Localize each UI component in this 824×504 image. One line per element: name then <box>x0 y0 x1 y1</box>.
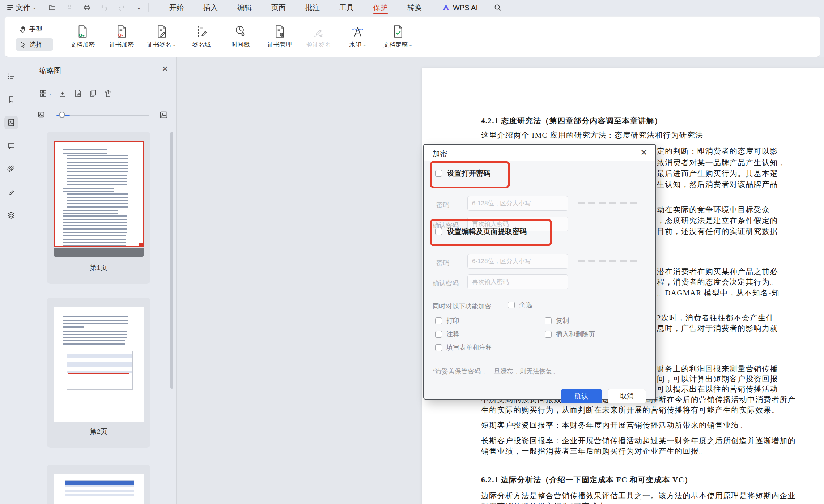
timestamp-button[interactable]: 时间戳 <box>222 22 259 52</box>
add-page-icon[interactable] <box>58 89 67 98</box>
doc-line: 生认知，然后消费者对该品牌产品 <box>657 179 778 189</box>
perm-form-row: 填写表单和注释 <box>435 343 492 352</box>
doc-line: 。DAGMAR 模型中，从不知名-知 <box>657 288 780 298</box>
cert-sign-button[interactable]: 证书签名⌄ <box>142 22 181 52</box>
cursor-icon <box>19 41 26 48</box>
save-icon[interactable] <box>65 3 74 12</box>
signature-field-button[interactable]: 签名域 <box>183 22 220 52</box>
open-password-input[interactable] <box>467 196 568 211</box>
doc-encrypt-button[interactable]: 文档加密 <box>64 22 101 52</box>
select-all-row: 全选 <box>508 300 532 309</box>
select-all-checkbox[interactable] <box>508 302 515 308</box>
doc-line: 间，可以计算出短期客户投资回报 <box>657 374 778 384</box>
divider <box>58 22 58 52</box>
cert-manage-button[interactable]: 证书管理 <box>261 22 298 52</box>
password-label: 密码 <box>436 259 449 267</box>
slider-track[interactable] <box>56 115 149 116</box>
close-icon[interactable]: ✕ <box>640 148 647 157</box>
doc-finalize-label: 文档定稿⌄ <box>383 40 412 49</box>
tab-protect[interactable]: 保护 <box>364 0 398 15</box>
tab-edit[interactable]: 编辑 <box>228 0 262 15</box>
large-thumb-icon[interactable] <box>159 110 169 120</box>
attachment-icon[interactable] <box>4 162 18 176</box>
edit-password-confirm-input[interactable] <box>467 274 568 289</box>
print-icon[interactable] <box>82 3 91 12</box>
thumbnail-page-3[interactable] <box>47 465 150 504</box>
redo-icon[interactable] <box>117 3 126 12</box>
search-icon[interactable] <box>493 3 502 12</box>
edit-password-input[interactable] <box>467 254 568 269</box>
form-checkbox[interactable] <box>435 344 442 351</box>
copy-page-icon[interactable] <box>89 89 97 98</box>
small-thumb-icon[interactable] <box>37 111 45 119</box>
layers-icon[interactable] <box>4 208 18 222</box>
file-menu[interactable]: 文件 ⌄ <box>7 3 36 13</box>
slider-knob[interactable] <box>59 112 65 118</box>
password-label: 密码 <box>436 201 449 209</box>
wps-ai-button[interactable]: WPS AI <box>442 4 478 12</box>
select-tool-button[interactable]: 选择 <box>16 38 53 51</box>
hamburger-icon <box>7 4 14 11</box>
tab-convert[interactable]: 转换 <box>398 0 432 15</box>
doc-line: 动在实际的竞争环境中目标受众 <box>657 205 770 215</box>
bookmark-icon[interactable] <box>4 93 18 106</box>
selection-handle[interactable] <box>139 243 143 247</box>
print-checkbox[interactable] <box>435 317 442 324</box>
open-password-label: 设置打开密码 <box>447 168 490 178</box>
hand-icon <box>19 26 26 33</box>
edit-password-checkbox[interactable] <box>435 228 442 235</box>
page-2-preview <box>54 307 144 422</box>
layout-grid-icon[interactable]: ⌄ <box>39 89 52 98</box>
doc-line: 潜在消费者在购买某种产品之前必 <box>657 266 778 277</box>
cert-encrypt-button[interactable]: 证书加密 <box>103 22 140 52</box>
thumbnail-icon[interactable] <box>4 116 18 129</box>
encrypt-dialog: 加密 ✕ 设置打开密码 密码 确认密码 设置编辑及页面提取密码 密码 确认密码 … <box>423 144 656 400</box>
tab-tools[interactable]: 工具 <box>330 0 364 15</box>
menu-bar: 文件 ⌄ ⌄ 开始 插入 编辑 页面 批注 工具 保护 转换 <box>0 0 824 15</box>
hand-tool-button[interactable]: 手型 <box>16 23 53 35</box>
extract-page-icon[interactable] <box>73 89 82 98</box>
thumbnail-page-2[interactable]: 第2页 <box>47 298 150 448</box>
tab-insert[interactable]: 插入 <box>194 0 228 15</box>
protect-buttons: 文档加密 证书加密 证书签名⌄ 签名域 时间戳 <box>64 22 417 52</box>
open-folder-icon[interactable] <box>48 3 56 12</box>
paste-page-icon[interactable] <box>104 89 112 98</box>
doc-line: 这里介绍两个 IMC 应用的研究方法：态度研究法和行为研究法 <box>481 130 703 140</box>
perm-comment-row: 注释 <box>435 330 459 338</box>
tab-comment[interactable]: 批注 <box>296 0 330 15</box>
password-warning: *请妥善保管密码，一旦遗忘，则无法恢复。 <box>433 367 559 376</box>
close-icon[interactable]: ✕ <box>162 65 168 73</box>
tab-home[interactable]: 开始 <box>160 0 194 15</box>
page-2-table <box>67 351 133 390</box>
dialog-body: 设置打开密码 密码 确认密码 设置编辑及页面提取密码 密码 确认密码 同时对以下… <box>424 161 655 399</box>
comment-checkbox[interactable] <box>435 331 442 338</box>
copy-checkbox[interactable] <box>545 317 552 324</box>
doc-line: 长期客户投资回报率：企业开展营销传播活动超过某一财务年度之后所创造并逐渐增加的 <box>481 436 796 446</box>
cancel-button[interactable]: 取消 <box>608 389 646 403</box>
outline-icon[interactable] <box>4 69 18 83</box>
doc-line: 短期客户投资回报率：本财务年度内开展营销传播活动所带来的销售业绩。 <box>481 420 747 430</box>
insert-delete-label: 插入和删除页 <box>556 330 595 338</box>
verify-sign-label: 验证签名 <box>306 40 331 49</box>
doc-finalize-icon <box>391 25 405 38</box>
thumbnail-panel: 缩略图 ✕ ⌄ <box>23 57 177 504</box>
pointer-tools: 手型 选择 <box>16 23 53 51</box>
thumbnail-page-1[interactable]: 第1页 <box>47 132 150 284</box>
comment-icon[interactable] <box>4 139 18 153</box>
hand-tool-label: 手型 <box>29 25 42 34</box>
open-password-section: 设置打开密码 <box>435 168 490 178</box>
page-1-preview <box>54 141 144 247</box>
undo-icon[interactable] <box>100 3 109 12</box>
insert-delete-checkbox[interactable] <box>545 331 552 338</box>
open-password-checkbox[interactable] <box>435 170 442 177</box>
chevron-down-icon: ⌄ <box>409 43 412 47</box>
watermark-button[interactable]: 水印⌄ <box>339 22 377 52</box>
signature-field-label: 签名域 <box>192 40 211 49</box>
confirm-button[interactable]: 确认 <box>561 389 602 403</box>
chevron-down-icon[interactable]: ⌄ <box>135 3 143 12</box>
tab-page[interactable]: 页面 <box>262 0 296 15</box>
doc-finalize-button[interactable]: 文档定稿⌄ <box>378 22 417 52</box>
doc-line: 生的实际的购买行为，从而判断在未来所开展的营销传播将有可能产生的实际效果。 <box>481 405 780 415</box>
panel-scrollbar[interactable] <box>170 132 173 389</box>
signature-icon[interactable] <box>4 185 18 199</box>
